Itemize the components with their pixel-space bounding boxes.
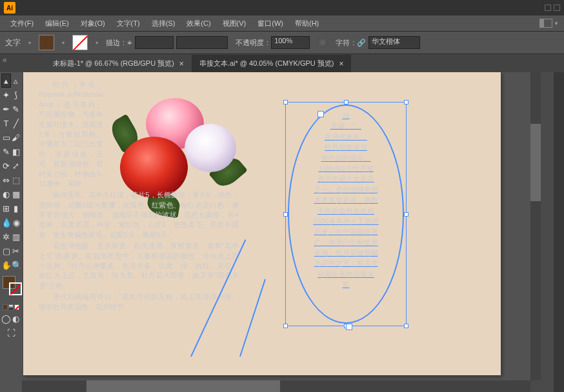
text-line: 动 (294, 111, 398, 121)
stroke-swatch[interactable] (72, 35, 88, 50)
document-tab-label: 未标题-1* @ 66.67% (RGB/GPU 预览) (53, 59, 174, 68)
selection-tool[interactable]: ▴ (1, 74, 11, 88)
type-tool[interactable]: T (1, 116, 11, 130)
chevron-down-icon[interactable]: ▾ (96, 40, 98, 46)
pen-tool[interactable]: ✒ (1, 102, 11, 116)
text-line: 京城。"。 (294, 121, 398, 131)
document-tab-1[interactable]: 未标题-1* @ 66.67% (RGB/GPU 预览) × (45, 55, 192, 72)
menu-bar: 文件(F) 编辑(E) 对象(O) 文字(T) 选择(S) 效果(C) 视图(V… (0, 15, 564, 31)
menu-window[interactable]: 窗口(W) (252, 16, 288, 31)
gradient-tool[interactable]: ▮ (11, 201, 21, 215)
color-swatch-icon[interactable] (3, 304, 8, 310)
none-swatch-icon[interactable] (14, 304, 19, 310)
menu-edit[interactable]: 编辑(E) (40, 16, 74, 31)
symbol-sprayer-tool[interactable]: ✲ (1, 230, 11, 244)
chevron-down-icon[interactable]: ▾ (62, 40, 65, 46)
direct-selection-tool[interactable]: ▵ (11, 74, 21, 88)
text-line: 广，并早已引种世界 (294, 238, 398, 248)
blend-tool[interactable]: ◉ (12, 215, 21, 230)
perspective-tool[interactable]: ▦ (11, 187, 21, 201)
rotate-tool[interactable]: ⟳ (1, 159, 11, 173)
document-tab-label: 串接文本.ai* @ 40.05% (CMYK/GPU 预览) (199, 59, 334, 68)
magic-wand-tool[interactable]: ✦ (1, 88, 11, 102)
hand-tool[interactable]: ✋ (1, 258, 12, 272)
mesh-tool[interactable]: ⊞ (1, 201, 11, 215)
close-icon[interactable]: × (339, 59, 343, 68)
eyedropper-tool[interactable]: 💧 (1, 215, 12, 230)
chevron-down-icon[interactable]: ▾ (28, 40, 31, 46)
selection-handle[interactable] (404, 324, 408, 328)
stroke-weight-input[interactable] (135, 36, 174, 49)
line-tool[interactable]: ╱ (11, 116, 21, 130)
zoom-tool[interactable]: 🔍 (12, 258, 22, 272)
brush-definition-dropdown[interactable] (176, 36, 228, 49)
opacity-input[interactable]: 100% (271, 36, 310, 49)
workspace-layout-button[interactable] (539, 19, 552, 28)
menu-object[interactable]: 对象(O) (76, 16, 110, 31)
color-mode-row (1, 303, 21, 311)
menu-file[interactable]: 文件(F) (5, 16, 39, 31)
minimize-icon[interactable] (545, 5, 551, 11)
scrollbar-thumb[interactable] (86, 380, 280, 392)
horizontal-scrollbar[interactable] (22, 380, 530, 392)
tool-name-label: 文字 (5, 37, 21, 48)
selection-handle[interactable] (404, 212, 408, 217)
text-line: 千年的自然生长和 (294, 206, 398, 216)
menu-effect[interactable]: 效果(C) (181, 16, 216, 31)
scale-tool[interactable]: ⤢ (11, 159, 21, 173)
text-line: 木本名贵花卉，有数 (294, 195, 398, 205)
shaper-tool[interactable]: ✎ (1, 144, 11, 159)
text-line: 化和绘画作品很丰 (294, 270, 398, 279)
curvature-tool[interactable]: ✎ (11, 102, 21, 116)
graph-tool[interactable]: ▥ (11, 230, 21, 244)
document-tab-2[interactable]: 串接文本.ai* @ 40.05% (CMYK/GPU 预览) × (192, 55, 352, 72)
recolor-icon[interactable] (317, 37, 328, 48)
selection-handle[interactable] (283, 324, 288, 328)
stroke-weight-stepper[interactable]: ≑ (127, 39, 132, 46)
maximize-icon[interactable] (554, 5, 560, 11)
tab-scroll-icon[interactable]: « (3, 55, 7, 64)
draw-behind-icon[interactable]: ◐ (11, 311, 21, 326)
text-paragraph: 唐代刘禹锡有诗曰："庭前芍药妖无格，池上芙蕖净少情。唯有牡丹真国色，花开时节 (39, 292, 239, 312)
selection-handle[interactable] (404, 100, 408, 104)
lasso-tool[interactable]: ⟆ (11, 88, 21, 102)
fill-swatch[interactable] (39, 35, 54, 50)
menu-select[interactable]: 选择(S) (146, 16, 181, 31)
toolbox: ▴▵ ✦⟆ ✒✎ T╱ ▭🖌 ✎◧ ⟳⤢ ⇔⬚ ◐▦ ⊞▮ 💧◉ ✲▥ ▢✂ ✋… (0, 72, 22, 392)
text-paragraph: 花色泽艳丽，玉笑珠香，风流潇洒，富丽堂皇，素有"花中之王"的美誉。在栽培类型中，… (39, 241, 239, 291)
free-transform-tool[interactable]: ⬚ (11, 173, 21, 187)
shape-builder-tool[interactable]: ◐ (1, 187, 11, 201)
stroke-color-icon[interactable] (9, 282, 22, 295)
text-out-port[interactable] (346, 324, 352, 330)
selection-handle[interactable] (283, 212, 288, 217)
menu-type[interactable]: 文字(T) (112, 16, 145, 31)
text-line: 之一。是中国特有的 (294, 185, 398, 195)
width-tool[interactable]: ⇔ (1, 173, 11, 187)
screen-mode-button[interactable]: ⛶ (1, 326, 21, 340)
artboard[interactable]: 牡丹（学名：Paeonia suffruticosa Andr.）是毛茛科、芍药… (23, 72, 501, 375)
font-family-dropdown[interactable]: 华文楷体 (368, 36, 420, 49)
vertical-scrollbar[interactable] (530, 72, 541, 380)
selection-handle[interactable] (283, 100, 288, 104)
window-controls[interactable] (545, 5, 560, 11)
gradient-swatch-icon[interactable] (8, 304, 14, 310)
eraser-tool[interactable]: ◧ (11, 144, 21, 159)
panel-dock[interactable] (554, 72, 564, 392)
link-icon[interactable]: 🔗 (357, 39, 366, 47)
fill-stroke-control[interactable] (1, 275, 21, 300)
menu-view[interactable]: 视图(V) (217, 16, 252, 31)
artboard-tool[interactable]: ▢ (1, 244, 11, 258)
scrollbar-thumb[interactable] (530, 124, 541, 201)
text-in-port[interactable] (317, 111, 324, 117)
draw-normal-icon[interactable]: ◯ (1, 311, 11, 326)
close-icon[interactable]: × (179, 59, 184, 68)
main-text-frame[interactable]: 牡丹（学名：Paeonia suffruticosa Andr.）是毛茛科、芍药… (39, 80, 239, 313)
document-tab-bar: « 未标题-1* @ 66.67% (RGB/GPU 预览) × 串接文本.ai… (0, 54, 564, 72)
chevron-down-icon[interactable]: ▼ (554, 21, 559, 26)
rectangle-tool[interactable]: ▭ (1, 130, 11, 144)
text-line: 为花中之王，有关文 (294, 259, 398, 268)
menu-help[interactable]: 帮助(H) (290, 16, 324, 31)
selection-handle[interactable] (344, 100, 348, 104)
slice-tool[interactable]: ✂ (11, 244, 21, 258)
paintbrush-tool[interactable]: 🖌 (11, 130, 21, 144)
